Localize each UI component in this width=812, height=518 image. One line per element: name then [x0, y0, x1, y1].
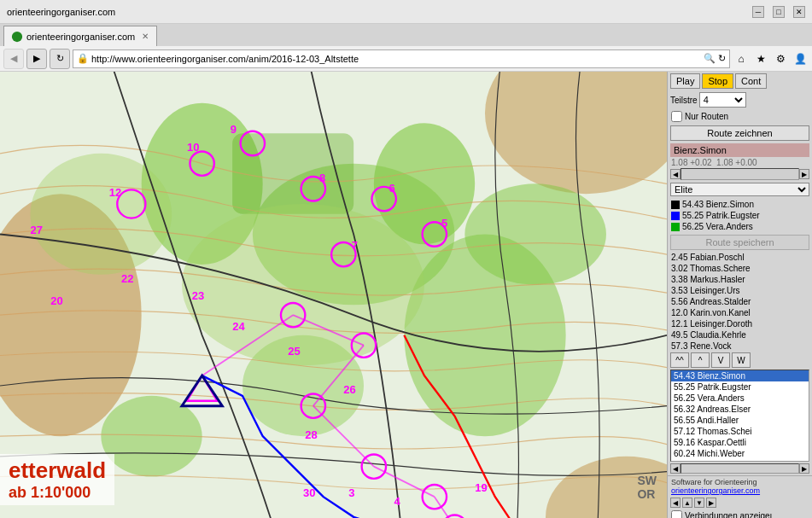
svg-text:7: 7 — [352, 239, 358, 252]
right-list-item[interactable]: 57.3 Rene.Vock — [668, 340, 812, 352]
sort-w-button[interactable]: W — [732, 352, 751, 368]
svg-text:4: 4 — [394, 495, 401, 508]
software-info: Software for Orienteering orienteeringor… — [668, 475, 812, 497]
map-location-name: etterwald — [9, 457, 106, 484]
svg-point-12 — [182, 204, 424, 365]
svg-text:23: 23 — [192, 289, 204, 302]
runner-item[interactable]: 56.25 Vera.Anders — [671, 393, 809, 404]
teilstrecke-label: Teilstre — [670, 96, 698, 105]
scroll-right-arrow[interactable]: ▶ — [799, 169, 809, 179]
nur-routen-checkbox[interactable] — [671, 111, 682, 122]
top-result-1: 54.43 Bienz.Simon — [671, 199, 809, 210]
address-bar[interactable] — [91, 54, 701, 64]
map-area: 12 10 9 8 7 6 5 27 20 22 23 24 25 26 28 … — [0, 72, 667, 518]
playback-controls: Play Stop Cont — [668, 72, 812, 90]
route-speichern-button[interactable]: Route speichern — [670, 235, 809, 250]
category-select[interactable]: Elite — [670, 183, 809, 196]
svg-point-11 — [464, 183, 606, 284]
svg-text:6: 6 — [389, 182, 395, 195]
verbindungen-label: Verbindungen anzeigeı — [685, 511, 772, 518]
back-button[interactable]: ◀ — [3, 49, 24, 69]
svg-text:27: 27 — [31, 224, 43, 237]
right-list-item[interactable]: 2.45 Fabian.Poschl — [668, 252, 812, 263]
verbindungen-checkbox[interactable] — [671, 510, 682, 518]
svg-text:26: 26 — [343, 383, 355, 396]
forward-button[interactable]: ▶ — [26, 49, 47, 69]
svg-text:25: 25 — [288, 346, 300, 358]
play-button[interactable]: Play — [670, 73, 700, 89]
color-dot-3 — [671, 223, 680, 231]
runner-time-display: 1.08 +0.02 1.08 +0.00 — [668, 158, 812, 167]
list-scroll-left[interactable]: ◀ — [670, 463, 681, 474]
nur-routen-row: Nur Routen — [668, 109, 812, 124]
search-icon: 🔍 — [704, 53, 716, 64]
runner-item[interactable]: 60.24 Michi.Weber — [671, 448, 809, 459]
browser-tab[interactable]: orienteeringorganiser.com ✕ — [3, 26, 157, 46]
nav-left-arrow[interactable]: ◀ — [670, 498, 681, 508]
user-button[interactable]: 👤 — [792, 50, 809, 67]
svg-text:9: 9 — [231, 123, 237, 136]
minimize-button[interactable]: ─ — [752, 6, 764, 18]
sort-top-button[interactable]: ^^ — [670, 352, 689, 368]
tab-close-button[interactable]: ✕ — [142, 32, 149, 41]
runners-listbox[interactable]: 54.43 Bienz.Simon 55.25 Patrik.Eugster 5… — [670, 370, 809, 462]
list-scroll-right[interactable]: ▶ — [799, 463, 809, 474]
color-dot-2 — [671, 212, 680, 220]
cont-button[interactable]: Cont — [735, 73, 767, 89]
runner-item[interactable]: 59.16 Kaspar.Oettli — [671, 437, 809, 448]
right-list-item[interactable]: 12.1 Leisinger.Doroth — [668, 318, 812, 329]
top-result-3: 56.25 Vera.Anders — [671, 221, 809, 232]
runner-item[interactable]: 57.12 Thomas.Schei — [671, 426, 809, 437]
lock-icon: 🔒 — [77, 53, 89, 64]
svg-text:12: 12 — [109, 186, 121, 199]
svg-rect-10 — [232, 133, 353, 214]
teilstrecke-row: Teilstre 4 — [668, 90, 812, 109]
close-button[interactable]: ✕ — [793, 6, 805, 18]
selected-runner-header: Bienz.Simon — [670, 143, 809, 157]
nur-routen-label: Nur Routen — [685, 112, 728, 121]
map-scale-text: ab 1:10'000 — [9, 484, 106, 502]
settings-button[interactable]: ⚙ — [772, 50, 789, 67]
sort-down-button[interactable]: V — [711, 352, 730, 368]
right-list-item[interactable]: 5.56 Andreas.Stalder — [668, 296, 812, 307]
right-list-item[interactable]: 3.53 Leisinger.Urs — [668, 285, 812, 296]
right-panel: Play Stop Cont Teilstre 4 Nur Routen — [667, 72, 812, 518]
svg-text:28: 28 — [305, 428, 317, 441]
color-dot-1 — [671, 201, 680, 209]
software-url[interactable]: orienteeringorganiser.com — [671, 486, 809, 495]
runner-item-selected[interactable]: 54.43 Bienz.Simon — [671, 370, 809, 381]
runner-item[interactable]: 60.29 Jon.Eugster — [671, 459, 809, 462]
home-button[interactable]: ⌂ — [733, 50, 750, 67]
list-h-scrollbar[interactable] — [681, 463, 799, 474]
nav-up-arrow[interactable]: ▲ — [682, 498, 692, 508]
nav-right-arrow[interactable]: ▶ — [706, 498, 716, 508]
top-results: 54.43 Bienz.Simon 55.25 Patrik.Eugster 5… — [668, 198, 812, 233]
svg-text:8: 8 — [319, 172, 325, 184]
right-list-item[interactable]: 3.02 Thomas.Schere — [668, 263, 812, 274]
svg-text:3: 3 — [348, 486, 354, 499]
right-list-item[interactable]: 12.0 Karin.von.Kanel — [668, 307, 812, 318]
runner-item[interactable]: 55.25 Patrik.Eugster — [671, 381, 809, 393]
stop-button[interactable]: Stop — [702, 73, 733, 89]
svg-text:20: 20 — [50, 294, 62, 307]
route-zeichnen-row: Route zeichnen — [668, 124, 812, 143]
right-list-item[interactable]: 49.5 Claudia.Kehrle — [668, 329, 812, 340]
tab-label: orienteeringorganiser.com — [26, 32, 135, 42]
svg-text:10: 10 — [187, 141, 199, 154]
software-label: Software for Orienteering — [671, 478, 809, 486]
sort-up-button[interactable]: ^ — [691, 352, 710, 368]
route-zeichnen-button[interactable]: Route zeichnen — [670, 125, 809, 141]
verbindungen-row: Verbindungen anzeigeı — [671, 509, 809, 518]
runner-item[interactable]: 56.32 Andreas.Elser — [671, 404, 809, 415]
nav-down-arrow[interactable]: ▼ — [694, 498, 704, 508]
map-logo-text: SWOR — [637, 474, 657, 501]
maximize-button[interactable]: □ — [773, 6, 785, 18]
refresh-icon: ↻ — [718, 53, 726, 64]
runner-item[interactable]: 56.55 Andi.Haller — [671, 415, 809, 426]
refresh-button[interactable]: ↻ — [50, 49, 70, 69]
scroll-left-arrow[interactable]: ◀ — [670, 169, 681, 179]
h-scrollbar-track[interactable] — [681, 168, 799, 180]
right-list-item[interactable]: 3.38 Markus.Hasler — [668, 274, 812, 285]
teilstrecke-select[interactable]: 4 — [699, 92, 746, 108]
favorites-button[interactable]: ★ — [752, 50, 769, 67]
